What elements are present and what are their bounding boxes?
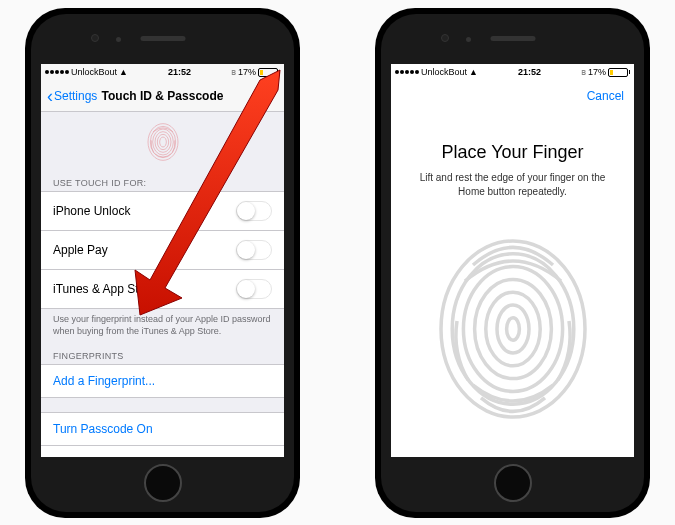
row-label: iPhone Unlock — [53, 204, 130, 218]
home-button[interactable] — [144, 464, 182, 502]
battery-pct: 17% — [238, 67, 256, 77]
section-header-use-touchid: USE TOUCH ID FOR: — [41, 172, 284, 191]
iphone-frame-right: UnlockBout ▲ 21:52 ʙ 17% Cancel Place Yo… — [375, 8, 650, 518]
fingerprint-large-icon — [433, 229, 593, 429]
back-label: Settings — [54, 89, 97, 103]
status-bar: UnlockBout ▲ 21:52 ʙ 17% — [391, 64, 634, 80]
change-passcode-button: Change Passcode — [41, 445, 284, 457]
row-label: Add a Fingerprint... — [53, 374, 155, 388]
section-footer-touchid: Use your fingerprint instead of your App… — [41, 309, 284, 345]
carrier-label: UnlockBout — [421, 67, 467, 77]
bluetooth-icon: ʙ — [231, 67, 236, 77]
status-bar: UnlockBout ▲ 21:52 ʙ 17% — [41, 64, 284, 80]
switch-apple-pay[interactable] — [236, 240, 272, 260]
section-header-fingerprints: FINGERPRINTS — [41, 345, 284, 364]
battery-icon — [258, 68, 280, 77]
switch-itunes[interactable] — [236, 279, 272, 299]
chevron-left-icon: ‹ — [47, 87, 53, 105]
screen-touchid-settings: UnlockBout ▲ 21:52 ʙ 17% ‹ Settings Touc… — [41, 64, 284, 457]
turn-passcode-on-button[interactable]: Turn Passcode On — [41, 412, 284, 445]
enroll-subtitle: Lift and rest the edge of your finger on… — [411, 171, 614, 199]
row-itunes-appstore[interactable]: iTunes & App Store — [41, 269, 284, 309]
enroll-title: Place Your Finger — [411, 142, 614, 163]
row-label: iTunes & App Store — [53, 282, 156, 296]
page-title: Touch ID & Passcode — [102, 89, 224, 103]
nav-bar: ‹ Settings Touch ID & Passcode — [41, 80, 284, 112]
nav-bar: Cancel — [391, 80, 634, 112]
wifi-icon: ▲ — [469, 67, 478, 77]
touchid-hero — [41, 112, 284, 172]
fingerprint-icon — [146, 122, 180, 162]
cancel-label: Cancel — [587, 89, 624, 103]
row-label: Turn Passcode On — [53, 422, 153, 436]
battery-icon — [608, 68, 630, 77]
clock: 21:52 — [518, 67, 541, 77]
screen-enroll-fingerprint: UnlockBout ▲ 21:52 ʙ 17% Cancel Place Yo… — [391, 64, 634, 457]
row-iphone-unlock[interactable]: iPhone Unlock — [41, 191, 284, 230]
back-button[interactable]: ‹ Settings — [47, 87, 97, 105]
iphone-frame-left: UnlockBout ▲ 21:52 ʙ 17% ‹ Settings Touc… — [25, 8, 300, 518]
home-button[interactable] — [494, 464, 532, 502]
carrier-label: UnlockBout — [71, 67, 117, 77]
row-label: Apple Pay — [53, 243, 108, 257]
row-apple-pay[interactable]: Apple Pay — [41, 230, 284, 269]
row-label: Change Passcode — [53, 455, 151, 457]
bluetooth-icon: ʙ — [581, 67, 586, 77]
add-fingerprint-button[interactable]: Add a Fingerprint... — [41, 364, 284, 398]
battery-pct: 17% — [588, 67, 606, 77]
switch-iphone-unlock[interactable] — [236, 201, 272, 221]
clock: 21:52 — [168, 67, 191, 77]
signal-icon — [45, 70, 69, 74]
wifi-icon: ▲ — [119, 67, 128, 77]
cancel-button[interactable]: Cancel — [587, 89, 624, 103]
signal-icon — [395, 70, 419, 74]
